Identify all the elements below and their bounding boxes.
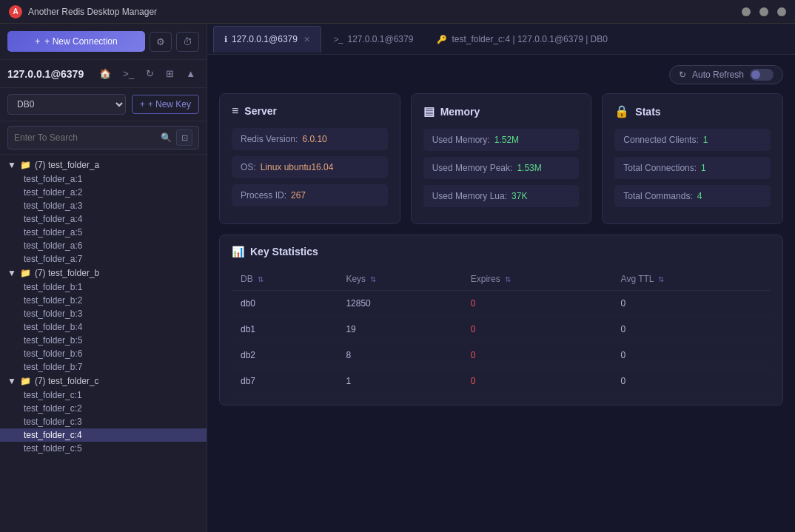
col-expires: Expires ⇅ <box>462 268 612 291</box>
new-connection-label: + New Connection <box>44 36 117 47</box>
auto-refresh-toggle[interactable] <box>750 69 774 81</box>
process-id-stat: Process ID: 267 <box>232 184 388 206</box>
key-item[interactable]: test_folder_a:5 <box>0 226 207 239</box>
sort-keys-icon[interactable]: ⇅ <box>370 275 376 283</box>
total-connections-label: Total Connections: <box>623 163 697 173</box>
connected-clients-value: 1 <box>703 135 708 145</box>
close-button[interactable] <box>777 7 786 16</box>
refresh-icon-button[interactable]: ↻ <box>142 66 158 81</box>
sidebar: + + New Connection ⚙ ⏱ 127.0.0.1@6379 🏠 … <box>0 24 207 532</box>
redis-version-value: 6.0.10 <box>302 134 326 144</box>
used-memory-value: 1.52M <box>494 135 519 145</box>
memory-icon: ▤ <box>423 104 435 118</box>
stats-card: 🔒 Stats Connected Clients: 1 Total Conne… <box>602 93 783 224</box>
cell-avg-ttl: 0 <box>612 317 771 343</box>
used-memory-lua-label: Used Memory Lua: <box>432 191 507 201</box>
key-item[interactable]: test_folder_c:1 <box>0 388 207 402</box>
chevron-down-icon: ▼ <box>7 268 16 278</box>
collapse-icon-button[interactable]: ▲ <box>182 66 199 81</box>
os-label: OS: <box>241 162 256 172</box>
auto-refresh-button[interactable]: ↻ Auto Refresh <box>669 65 783 84</box>
search-input-wrap: 🔍 ⊡ <box>7 126 199 149</box>
settings-button[interactable]: ⚙ <box>150 32 172 52</box>
table-row: db7 1 0 0 <box>232 368 771 394</box>
key-item[interactable]: test_folder_b:3 <box>0 307 207 320</box>
cell-keys: 19 <box>337 317 461 343</box>
key-item[interactable]: test_folder_b:5 <box>0 334 207 347</box>
key-item[interactable]: test_folder_c:2 <box>0 402 207 415</box>
new-key-button[interactable]: + + New Key <box>132 95 199 114</box>
chart-icon: 📊 <box>232 246 244 257</box>
total-connections-value: 1 <box>701 163 706 173</box>
folder-c[interactable]: ▼ 📁 (7) test_folder_c <box>0 374 207 388</box>
used-memory-peak-label: Used Memory Peak: <box>432 163 513 173</box>
tab1-label: 127.0.0.1@6379 <box>232 34 298 44</box>
key-item[interactable]: test_folder_a:3 <box>0 199 207 212</box>
key-item[interactable]: test_folder_a:2 <box>0 186 207 199</box>
server-card-title: Server <box>244 105 277 117</box>
grid-icon-button[interactable]: ⊞ <box>162 66 178 81</box>
tab2-label: 127.0.0.1@6379 <box>347 34 413 44</box>
cell-db: db1 <box>232 317 337 343</box>
cell-keys: 8 <box>337 343 461 368</box>
key-item[interactable]: test_folder_a:1 <box>0 172 207 186</box>
sort-ttl-icon[interactable]: ⇅ <box>658 275 664 283</box>
auto-refresh-label: Auto Refresh <box>692 70 744 80</box>
chevron-down-icon: ▼ <box>7 160 16 170</box>
tab-server-info[interactable]: ℹ 127.0.0.1@6379 ✕ <box>213 26 321 53</box>
used-memory-peak-stat: Used Memory Peak: 1.53M <box>423 157 580 179</box>
key-item[interactable]: test_folder_b:6 <box>0 347 207 360</box>
app-title: Another Redis Desktop Manager <box>28 7 736 17</box>
tab1-close-icon[interactable]: ✕ <box>303 35 310 44</box>
key-icon: 🔑 <box>437 35 447 44</box>
folder-b[interactable]: ▼ 📁 (7) test_folder_b <box>0 266 207 280</box>
key-item[interactable]: test_folder_c:3 <box>0 415 207 428</box>
sort-db-icon[interactable]: ⇅ <box>258 275 264 283</box>
sort-expires-icon[interactable]: ⇅ <box>505 275 511 283</box>
process-id-value: 267 <box>291 190 306 201</box>
search-icon: 🔍 <box>161 132 172 143</box>
new-connection-button[interactable]: + + New Connection <box>7 31 145 52</box>
key-item[interactable]: test_folder_b:4 <box>0 320 207 334</box>
minimize-button[interactable] <box>742 7 751 16</box>
key-item[interactable]: test_folder_b:2 <box>0 294 207 307</box>
stats-icon: 🔒 <box>614 104 629 118</box>
key-statistics-title: Key Statistics <box>250 246 318 257</box>
server-icon: ≡ <box>232 104 238 118</box>
db-select[interactable]: DB0 DB1 DB2 <box>7 94 126 115</box>
titlebar: A Another Redis Desktop Manager <box>0 0 795 24</box>
plus-icon: + <box>140 99 145 110</box>
tab-key-editor[interactable]: 🔑 test_folder_c:4 | 127.0.0.1@6379 | DB0 <box>426 26 619 53</box>
key-item[interactable]: test_folder_b:7 <box>0 360 207 374</box>
key-item[interactable]: test_folder_c:5 <box>0 442 207 455</box>
folder-b-label: (7) test_folder_b <box>35 268 99 278</box>
key-tree: ▼ 📁 (7) test_folder_a test_folder_a:1 te… <box>0 155 207 532</box>
folder-a[interactable]: ▼ 📁 (7) test_folder_a <box>0 158 207 172</box>
terminal-icon-button[interactable]: >_ <box>119 66 138 81</box>
cell-expires: 0 <box>462 291 612 317</box>
sidebar-header: + + New Connection ⚙ ⏱ <box>0 24 207 60</box>
key-item[interactable]: test_folder_a:7 <box>0 252 207 266</box>
process-id-label: Process ID: <box>241 190 286 201</box>
used-memory-lua-stat: Used Memory Lua: 37K <box>423 185 580 207</box>
redis-version-label: Redis Version: <box>241 134 298 144</box>
content-area: ↻ Auto Refresh ≡ Server Redis Version: 6… <box>207 55 795 532</box>
home-icon-button[interactable]: 🏠 <box>95 66 115 81</box>
key-item[interactable]: test_folder_a:6 <box>0 239 207 252</box>
total-commands-stat: Total Commands: 4 <box>614 185 771 207</box>
key-item[interactable]: test_folder_a:4 <box>0 212 207 226</box>
key-item-selected[interactable]: test_folder_c:4 <box>0 428 207 442</box>
filter-button[interactable]: ⊡ <box>176 129 192 146</box>
history-button[interactable]: ⏱ <box>176 32 199 52</box>
memory-card: ▤ Memory Used Memory: 1.52M Used Memory … <box>411 93 592 224</box>
app-logo: A <box>9 5 22 18</box>
info-icon: ℹ <box>224 35 227 44</box>
key-item[interactable]: test_folder_b:1 <box>0 280 207 294</box>
search-input[interactable] <box>14 132 156 143</box>
window-controls <box>742 7 786 16</box>
cell-db: db2 <box>232 343 337 368</box>
key-statistics-table: DB ⇅ Keys ⇅ Expires ⇅ <box>232 268 771 394</box>
tab-terminal[interactable]: >_ 127.0.0.1@6379 <box>323 26 424 53</box>
maximize-button[interactable] <box>759 7 768 16</box>
memory-card-header: ▤ Memory <box>423 104 580 118</box>
